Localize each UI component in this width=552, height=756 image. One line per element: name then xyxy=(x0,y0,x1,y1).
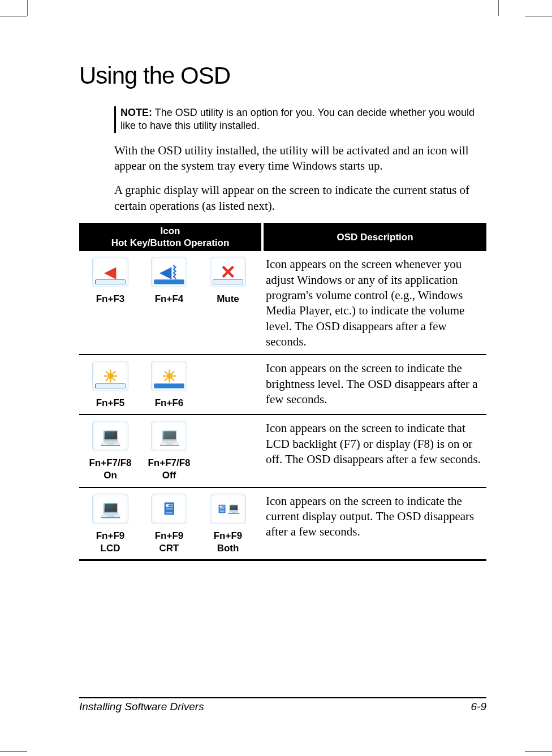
both-display-icon: 🖥💻 xyxy=(210,494,246,524)
note-label: NOTE: xyxy=(120,107,152,118)
footer-right: 6-9 xyxy=(471,701,486,713)
osd-table: Icon Hot Key/Button Operation OSD Descri… xyxy=(79,223,486,561)
hotkey-label: Fn+F9 xyxy=(86,530,135,542)
icon-cell: ☀ Fn+F5 xyxy=(86,361,135,409)
page-title: Using the OSD xyxy=(79,62,486,89)
table-row: 💻 Fn+F7/F8 On 💻 Fn+F7/F8 Off xyxy=(79,414,486,487)
brightness-high-icon: ☀ xyxy=(151,361,187,391)
hotkey-sublabel: CRT xyxy=(145,542,193,555)
icon-cell: ◀ Fn+F3 xyxy=(86,257,135,305)
content-area: Using the OSD NOTE: The OSD utility is a… xyxy=(79,62,486,561)
laptop-open-icon: 💻 xyxy=(92,421,128,451)
hotkey-label: Fn+F4 xyxy=(155,293,184,304)
icon-cell: 💻 Fn+F7/F8 Off xyxy=(145,421,193,482)
intro-paragraph-1: With the OSD utility installed, the util… xyxy=(114,143,486,174)
th-icon: Icon Hot Key/Button Operation xyxy=(79,223,262,252)
hotkey-label: Mute xyxy=(217,293,239,304)
icon-cell: ◀⦚ Fn+F4 xyxy=(145,257,193,305)
note-text: The OSD utility is an option for you. Yo… xyxy=(120,107,475,131)
crop-mark xyxy=(0,16,27,16)
icon-cell: ✕ Mute xyxy=(204,257,252,305)
hotkey-label: Fn+F5 xyxy=(96,398,125,408)
osd-description: Icon appears on the screen to indicate t… xyxy=(262,487,486,560)
crt-icon: 🖥 xyxy=(151,494,187,524)
speaker-low-icon: ◀ xyxy=(92,257,128,287)
crop-mark xyxy=(27,0,28,16)
crop-mark xyxy=(525,16,552,16)
icon-cell: 💻 Fn+F7/F8 On xyxy=(86,421,135,482)
table-row: ☀ Fn+F5 ☀ Fn+F6 xyxy=(79,355,486,414)
mute-icon: ✕ xyxy=(210,257,246,287)
icon-cell: 🖥 Fn+F9 CRT xyxy=(145,494,193,555)
hotkey-label: Fn+F7/F8 xyxy=(145,457,193,469)
osd-description: Icon appears on the screen to indicate t… xyxy=(262,414,486,487)
icon-cell: 💻 Fn+F9 LCD xyxy=(86,494,135,555)
hotkey-sublabel: Both xyxy=(204,542,252,555)
th-icon-line2: Hot Key/Button Operation xyxy=(111,237,230,248)
table-row: 💻 Fn+F9 LCD 🖥 Fn+F9 CRT xyxy=(79,487,486,560)
hotkey-sublabel: LCD xyxy=(86,542,135,555)
hotkey-sublabel: Off xyxy=(145,469,193,482)
hotkey-label: Fn+F3 xyxy=(96,293,125,304)
icon-cell: ☀ Fn+F6 xyxy=(145,361,193,409)
speaker-high-icon: ◀⦚ xyxy=(151,257,187,287)
footer: Installing Software Drivers 6-9 xyxy=(79,697,486,713)
hotkey-label: Fn+F9 xyxy=(145,530,193,542)
intro-paragraph-2: A graphic display will appear on the scr… xyxy=(114,183,486,214)
th-desc: OSD Description xyxy=(262,223,486,252)
osd-description: Icon appears on the screen to indicate t… xyxy=(262,355,486,414)
osd-description: Icon appears on the screen whenever you … xyxy=(262,251,486,355)
note-block: NOTE: The OSD utility is an option for y… xyxy=(114,106,486,133)
crop-mark xyxy=(525,751,552,751)
footer-left: Installing Software Drivers xyxy=(79,701,204,713)
table-row: ◀ Fn+F3 ◀⦚ Fn+F4 xyxy=(79,251,486,355)
crop-mark xyxy=(0,751,27,751)
laptop-closed-icon: 💻 xyxy=(151,421,187,451)
brightness-low-icon: ☀ xyxy=(92,361,128,391)
icon-cell: 🖥💻 Fn+F9 Both xyxy=(204,494,252,555)
th-icon-line1: Icon xyxy=(161,226,180,236)
page: Using the OSD NOTE: The OSD utility is a… xyxy=(0,0,552,756)
hotkey-sublabel: On xyxy=(86,469,135,482)
lcd-icon: 💻 xyxy=(92,494,128,524)
crop-mark xyxy=(498,0,499,16)
hotkey-label: Fn+F6 xyxy=(155,398,184,408)
hotkey-label: Fn+F7/F8 xyxy=(86,457,135,469)
hotkey-label: Fn+F9 xyxy=(204,530,252,542)
